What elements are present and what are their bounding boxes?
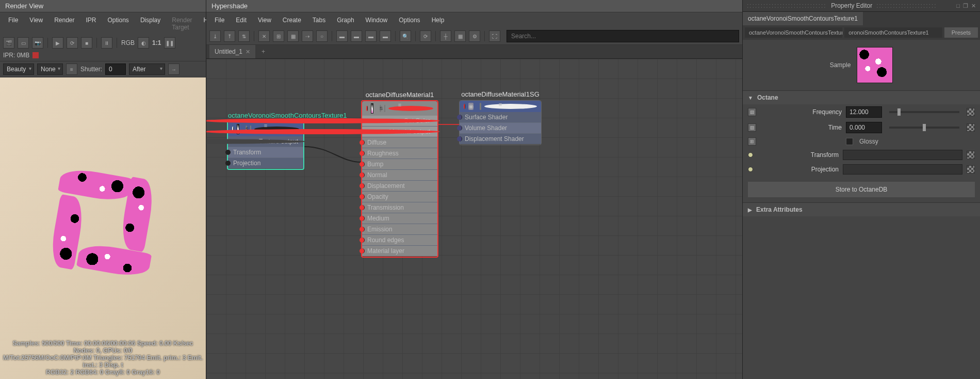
- node-input-row[interactable]: Displacement Shader: [460, 134, 541, 144]
- input-port[interactable]: [360, 238, 365, 243]
- node-input-row[interactable]: Normal: [362, 170, 437, 180]
- path-segment-type[interactable]: octaneVoronoiSmoothContoursTexture:: [745, 27, 842, 38]
- maximize-icon[interactable]: □: [956, 3, 960, 9]
- input-port[interactable]: [360, 183, 365, 188]
- node-input-row[interactable]: Transmission: [362, 202, 437, 213]
- expand-icon[interactable]: ⛶: [489, 30, 500, 42]
- search-input[interactable]: [507, 30, 739, 42]
- map-button-icon[interactable]: [967, 123, 975, 132]
- hs-menu-window[interactable]: Window: [361, 14, 393, 26]
- time-slider[interactable]: [889, 127, 959, 129]
- graph-in-icon[interactable]: ⤓: [209, 30, 221, 42]
- zoom-icon[interactable]: 🔍: [400, 30, 411, 42]
- pass-dropdown[interactable]: Beauty: [3, 64, 34, 75]
- frequency-input[interactable]: 12.000: [846, 106, 882, 118]
- node-material[interactable]: octaneDiffuseMaterial1 Out Color Materia…: [361, 100, 438, 258]
- node-output-row[interactable]: Out Color: [362, 116, 437, 126]
- hs-menu-create[interactable]: Create: [277, 14, 306, 26]
- graph-tab[interactable]: Untitled_1 ✕: [209, 45, 255, 58]
- node-input-row[interactable]: Displacement: [362, 181, 437, 191]
- node-shading-group[interactable]: octaneDiffuseMaterial1SG ◉ Surface Shade…: [459, 100, 542, 145]
- node-material-header[interactable]: [362, 101, 437, 116]
- after-dropdown[interactable]: After: [129, 64, 165, 75]
- input-port[interactable]: [360, 140, 365, 145]
- input-port[interactable]: [360, 216, 365, 221]
- grid-icon[interactable]: ▦: [454, 30, 466, 42]
- menu-ipr[interactable]: IPR: [81, 14, 102, 33]
- menu-options[interactable]: Options: [103, 14, 134, 33]
- menu-icon[interactable]: [384, 105, 386, 112]
- flow-icon[interactable]: ⇢: [302, 30, 313, 42]
- graph-out-icon[interactable]: ⤒: [224, 30, 235, 42]
- input-port[interactable]: [457, 125, 462, 131]
- output-port[interactable]: [206, 129, 440, 134]
- frame-icon[interactable]: ▭: [18, 37, 29, 49]
- connected-icon[interactable]: [748, 152, 753, 157]
- output-port[interactable]: [206, 118, 440, 123]
- hs-menu-graph[interactable]: Graph: [332, 14, 359, 26]
- node-output-row[interactable]: Material output: [362, 127, 437, 137]
- hs-menu-help[interactable]: Help: [427, 14, 450, 26]
- glossy-checkbox[interactable]: [846, 138, 853, 145]
- render-viewport[interactable]: Samples: 500/500 Time: 00:00:06/00:00:06…: [0, 77, 206, 379]
- input-port[interactable]: [360, 205, 365, 210]
- sample-swatch[interactable]: [857, 47, 893, 83]
- restore-icon[interactable]: ❐: [963, 3, 968, 9]
- map-button-icon[interactable]: [967, 165, 975, 173]
- map-button-icon[interactable]: [967, 151, 975, 159]
- clapper-icon[interactable]: 🎬: [3, 37, 14, 49]
- ipr-refresh-icon[interactable]: ⟳: [67, 37, 78, 49]
- solo-4-icon[interactable]: ▬: [380, 30, 391, 42]
- projection-input[interactable]: [843, 164, 962, 175]
- shutter-input[interactable]: 0: [105, 64, 126, 75]
- section-extra-header[interactable]: ▶ Extra Attributes: [743, 203, 980, 216]
- hs-menu-file[interactable]: File: [209, 14, 230, 26]
- node-input-row[interactable]: Medium: [362, 213, 437, 224]
- exposure-icon[interactable]: ◐: [138, 37, 149, 49]
- input-port[interactable]: [360, 194, 365, 199]
- clear-icon[interactable]: ✕: [258, 30, 270, 42]
- layout-icon[interactable]: ▦: [287, 30, 299, 42]
- node-texture[interactable]: octaneVoronoiSmoothContoursTexture1 Text…: [227, 121, 304, 170]
- input-port[interactable]: [457, 115, 462, 120]
- ipr-stop-icon[interactable]: ■: [81, 37, 92, 49]
- hs-menu-view[interactable]: View: [253, 14, 276, 26]
- solo-1-icon[interactable]: ▬: [336, 30, 348, 42]
- node-input-row[interactable]: Volume Shader: [460, 123, 541, 133]
- path-segment-name[interactable]: oronoiSmoothContoursTexture1: [844, 27, 942, 38]
- node-input-row[interactable]: Round edges: [362, 235, 437, 245]
- ipr-start-icon[interactable]: ▶: [52, 37, 63, 49]
- node-icon[interactable]: ○: [316, 30, 328, 42]
- hs-menu-tabs[interactable]: Tabs: [307, 14, 331, 26]
- frequency-slider[interactable]: [889, 111, 959, 113]
- rearrange-icon[interactable]: ⊞: [273, 30, 284, 42]
- hs-menu-edit[interactable]: Edit: [231, 14, 252, 26]
- presets-button[interactable]: Presets: [944, 27, 978, 38]
- input-port[interactable]: [360, 227, 365, 232]
- drag-handle-icon[interactable]: ::::::::::::::::::::::::::::::::::::::::…: [747, 2, 827, 9]
- menu-display[interactable]: Display: [135, 14, 166, 33]
- drag-handle-icon[interactable]: ::::::::::::::::::::::: [876, 2, 956, 9]
- map-button-icon[interactable]: [967, 108, 975, 116]
- menu-render[interactable]: Render: [49, 14, 79, 33]
- property-tab[interactable]: octaneVoronoiSmoothContoursTexture1: [743, 12, 863, 25]
- node-input-row[interactable]: Material layer: [362, 246, 437, 256]
- node-input-row[interactable]: Opacity: [362, 192, 437, 202]
- node-sg-header[interactable]: ◉: [460, 101, 541, 112]
- node-graph[interactable]: octaneVoronoiSmoothContoursTexture1 Text…: [206, 59, 742, 379]
- close-tab-icon[interactable]: ✕: [246, 49, 250, 55]
- snap-icon[interactable]: ┼: [440, 30, 451, 42]
- menu-icon[interactable]: [480, 103, 481, 110]
- gear-icon[interactable]: ⚙: [469, 30, 480, 42]
- connected-icon[interactable]: [748, 167, 753, 172]
- node-input-row[interactable]: Diffuse: [362, 137, 437, 148]
- menu-view[interactable]: View: [24, 14, 48, 33]
- close-icon[interactable]: ✕: [971, 3, 976, 9]
- section-octane-header[interactable]: ▼ Octane: [743, 91, 980, 104]
- layer-dropdown[interactable]: None: [37, 64, 63, 75]
- node-input-row[interactable]: Surface Shader: [460, 112, 541, 122]
- node-input-row[interactable]: Transform: [228, 147, 303, 157]
- solo-3-icon[interactable]: ▬: [365, 30, 377, 42]
- graph-both-icon[interactable]: ⇅: [238, 30, 250, 42]
- arrow-right-icon[interactable]: →: [168, 64, 179, 75]
